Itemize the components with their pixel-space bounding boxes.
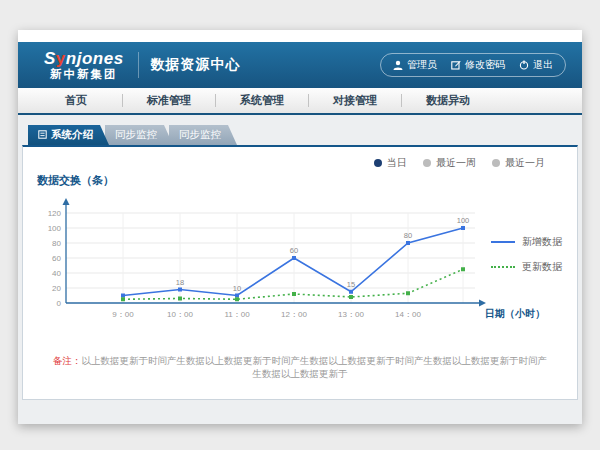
user-menu: 管理员 修改密码 退出 <box>380 53 566 77</box>
svg-text:100: 100 <box>457 216 470 225</box>
tab-bar: 系统介绍 同步监控 同步监控 <box>28 125 582 145</box>
svg-text:10: 10 <box>233 284 241 293</box>
radio-selected-icon <box>374 159 382 167</box>
tab-label: 同步监控 <box>179 128 221 142</box>
filter-last-week[interactable]: 最近一周 <box>423 156 476 170</box>
company-logo: Synjones 新中新集团 <box>44 50 124 81</box>
nav-item-standard-mgmt[interactable]: 标准管理 <box>123 93 215 108</box>
logout-button[interactable]: 退出 <box>519 58 553 72</box>
filter-label: 最近一月 <box>505 156 545 170</box>
app-window: Synjones 新中新集团 数据资源中心 管理员 修改密码 退出 首页 标准管… <box>18 30 582 424</box>
svg-text:80: 80 <box>404 231 412 240</box>
user-button[interactable]: 管理员 <box>393 58 437 72</box>
change-password-button[interactable]: 修改密码 <box>451 58 505 72</box>
filter-last-month[interactable]: 最近一月 <box>492 156 545 170</box>
document-icon <box>38 129 47 141</box>
nav-item-home[interactable]: 首页 <box>30 93 122 108</box>
change-password-label: 修改密码 <box>465 58 505 72</box>
tab-label: 系统介绍 <box>51 128 93 142</box>
nav-item-connection-mgmt[interactable]: 对接管理 <box>309 93 401 108</box>
radio-icon <box>423 159 431 167</box>
svg-text:9：00: 9：00 <box>112 310 134 319</box>
logout-label: 退出 <box>533 58 553 72</box>
y-axis-title: 数据交换（条） <box>37 173 114 188</box>
svg-text:日期（小时）: 日期（小时） <box>485 308 545 319</box>
svg-text:10：00: 10：00 <box>167 310 193 319</box>
nav-item-system-mgmt[interactable]: 系统管理 <box>216 93 308 108</box>
legend-item-updated-data: 更新数据 <box>491 260 562 274</box>
footnote-prefix: 备注： <box>53 355 82 366</box>
content-area: 系统介绍 同步监控 同步监控 当日 最近一周 <box>18 115 582 424</box>
nav-item-data-change[interactable]: 数据异动 <box>402 93 494 108</box>
time-filter-group: 当日 最近一周 最近一月 <box>374 156 545 170</box>
filter-today[interactable]: 当日 <box>374 156 407 170</box>
logo-lightning-y: y <box>56 49 66 68</box>
dotted-line-icon <box>491 266 515 268</box>
svg-text:14：00: 14：00 <box>395 310 421 319</box>
footnote: 备注：以上数据更新于时间产生数据以上数据更新于时间产生数据以上数据更新于时间产生… <box>23 355 577 381</box>
tab-label: 同步监控 <box>115 128 157 142</box>
user-icon <box>393 60 403 70</box>
filter-label: 最近一周 <box>436 156 476 170</box>
svg-text:18: 18 <box>176 278 184 287</box>
tab-sync-monitor-1[interactable]: 同步监控 <box>105 125 173 145</box>
tab-system-intro[interactable]: 系统介绍 <box>28 125 109 145</box>
legend-item-new-data: 新增数据 <box>491 235 562 249</box>
footnote-text: 以上数据更新于时间产生数据以上数据更新于时间产生数据以上数据更新于时间产生数据以… <box>82 355 548 379</box>
chart-legend: 新增数据 更新数据 <box>491 235 562 285</box>
chart-panel: 当日 最近一周 最近一月 数据交换（条） 0204060801001209：00… <box>22 145 578 400</box>
edit-icon <box>451 60 461 70</box>
tab-sync-monitor-2[interactable]: 同步监控 <box>169 125 237 145</box>
radio-icon <box>492 159 500 167</box>
svg-text:60: 60 <box>290 246 298 255</box>
user-label: 管理员 <box>407 58 437 72</box>
svg-text:20: 20 <box>52 284 61 293</box>
header-divider <box>138 52 139 78</box>
window-top-strip <box>18 30 582 42</box>
svg-text:0: 0 <box>57 299 62 308</box>
logo-text-cn: 新中新集团 <box>44 69 124 81</box>
main-nav: 首页 标准管理 系统管理 对接管理 数据异动 <box>18 88 582 115</box>
page-title: 数据资源中心 <box>151 56 241 74</box>
svg-text:11：00: 11：00 <box>224 310 250 319</box>
logo-text-en: Synjones <box>44 50 124 67</box>
solid-line-icon <box>491 241 515 243</box>
svg-text:40: 40 <box>52 269 61 278</box>
filter-label: 当日 <box>387 156 407 170</box>
svg-text:15: 15 <box>347 280 355 289</box>
svg-text:60: 60 <box>52 254 61 263</box>
svg-text:13：00: 13：00 <box>338 310 364 319</box>
svg-text:120: 120 <box>48 209 62 218</box>
app-header: Synjones 新中新集团 数据资源中心 管理员 修改密码 退出 <box>18 42 582 88</box>
svg-text:80: 80 <box>52 239 61 248</box>
svg-text:100: 100 <box>48 224 62 233</box>
power-icon <box>519 60 529 70</box>
svg-text:12：00: 12：00 <box>281 310 307 319</box>
